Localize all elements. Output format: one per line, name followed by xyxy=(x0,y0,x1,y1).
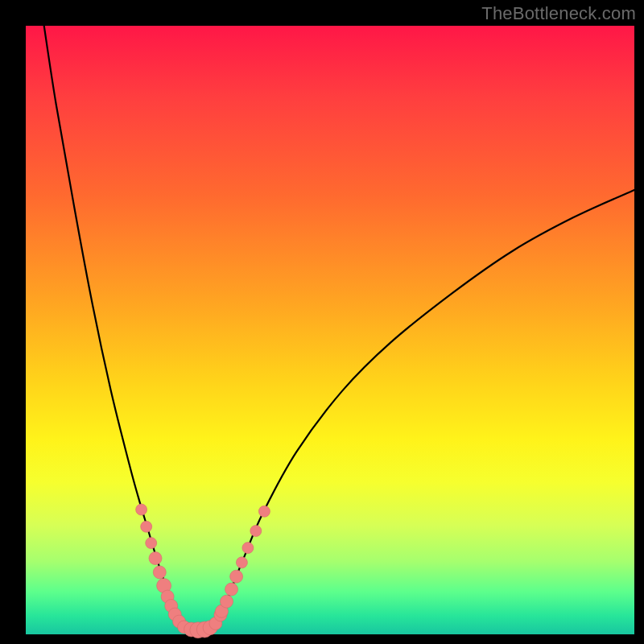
marker-dot xyxy=(250,526,262,537)
marker-dot xyxy=(153,566,166,579)
marker-dot xyxy=(242,543,254,554)
marker-dot xyxy=(225,583,238,596)
plot-area xyxy=(26,26,634,634)
marker-dot xyxy=(136,504,147,515)
chart-frame: TheBottleneck.com xyxy=(0,0,644,644)
marker-dot xyxy=(149,552,162,565)
marker-dot xyxy=(146,538,157,549)
marker-dot xyxy=(230,570,243,583)
marker-dot xyxy=(236,557,247,568)
marker-dot xyxy=(221,595,233,608)
watermark-text: TheBottleneck.com xyxy=(481,3,636,24)
marker-dot xyxy=(141,521,152,532)
chart-svg xyxy=(26,26,634,634)
bottleneck-curve xyxy=(44,26,634,631)
marker-dots xyxy=(136,504,270,638)
marker-dot xyxy=(258,506,270,517)
